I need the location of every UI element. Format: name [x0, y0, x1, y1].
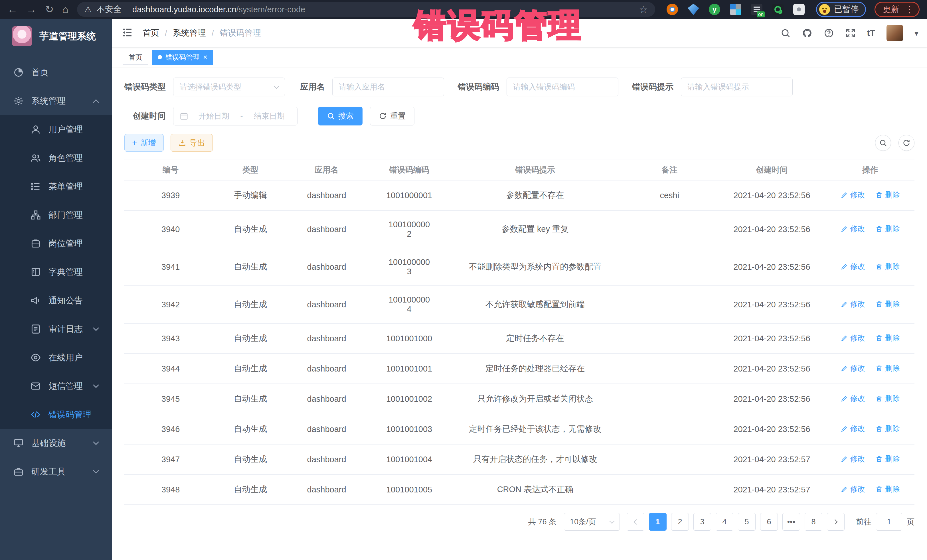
edit-link[interactable]: 修改 — [840, 224, 865, 234]
edit-link[interactable]: 修改 — [840, 454, 865, 464]
refresh-table-button[interactable] — [898, 135, 915, 151]
error-msg-input[interactable] — [681, 77, 793, 96]
sidebar-item-online-user[interactable]: 在线用户 — [0, 343, 112, 372]
key-extension-icon[interactable] — [772, 4, 784, 15]
delete-link[interactable]: 删除 — [875, 261, 900, 272]
date-range-picker[interactable]: 开始日期 - 结束日期 — [173, 107, 298, 126]
delete-link[interactable]: 删除 — [875, 190, 900, 200]
orange-circle-extension-icon[interactable] — [667, 4, 678, 15]
sidebar-item-infrastructure[interactable]: 基础设施 — [0, 429, 112, 457]
edit-link[interactable]: 修改 — [840, 424, 865, 434]
caret-down-icon[interactable] — [915, 29, 918, 38]
add-button[interactable]: + 新增 — [125, 134, 164, 152]
sidebar-item-dev-tools[interactable]: 研发工具 — [0, 457, 112, 486]
gem-extension-icon[interactable] — [688, 4, 699, 15]
page-button[interactable]: 5 — [738, 513, 755, 531]
app-logo[interactable]: 芋道管理系统 — [0, 19, 112, 52]
fullscreen-icon[interactable] — [845, 28, 856, 38]
sidebar-item-audit-log[interactable]: 审计日志 — [0, 315, 112, 343]
reload-icon[interactable] — [45, 4, 54, 15]
font-size-icon[interactable] — [867, 28, 875, 38]
edit-link[interactable]: 修改 — [840, 190, 865, 200]
browser-update-button[interactable]: 更新 — [874, 2, 919, 17]
breadcrumb-home[interactable]: 首页 — [143, 27, 159, 39]
page-button[interactable]: 3 — [693, 513, 711, 531]
delete-link[interactable]: 删除 — [875, 363, 900, 373]
help-icon[interactable] — [824, 28, 834, 38]
edit-link[interactable]: 修改 — [840, 484, 865, 494]
goto-page-input[interactable] — [876, 513, 902, 531]
error-code-input[interactable] — [506, 77, 619, 96]
divider — [127, 5, 127, 14]
page-button-active[interactable]: 1 — [649, 513, 667, 531]
sidebar-item-home[interactable]: 首页 — [0, 58, 112, 87]
sidebar-item-role-mgmt[interactable]: 角色管理 — [0, 144, 112, 172]
edit-link[interactable]: 修改 — [840, 333, 865, 343]
code-icon — [30, 409, 41, 420]
edit-link[interactable]: 修改 — [840, 363, 865, 373]
breadcrumb-system[interactable]: 系统管理 — [173, 27, 206, 39]
tag-home[interactable]: 首页 — [123, 50, 148, 65]
user-avatar[interactable] — [886, 25, 903, 41]
delete-link[interactable]: 删除 — [875, 333, 900, 343]
cell-app: dashboard — [284, 181, 369, 211]
delete-link[interactable]: 删除 — [875, 424, 900, 434]
sidebar-item-menu-mgmt[interactable]: 菜单管理 — [0, 172, 112, 201]
cell-id: 3948 — [125, 475, 217, 505]
chevron-down-icon — [274, 83, 279, 89]
search-icon[interactable] — [780, 28, 791, 38]
sidebar-item-post-mgmt[interactable]: 岗位管理 — [0, 229, 112, 258]
delete-link[interactable]: 删除 — [875, 393, 900, 404]
close-icon[interactable] — [203, 53, 207, 62]
page-button[interactable]: 4 — [716, 513, 733, 531]
delete-link[interactable]: 删除 — [875, 299, 900, 309]
error-type-select[interactable]: 请选择错误码类型 — [173, 77, 285, 96]
address-bar[interactable]: 不安全 dashboard.yudao.iocoder.cn/system/er… — [77, 2, 655, 17]
toggle-search-button[interactable] — [875, 135, 891, 151]
edit-link[interactable]: 修改 — [840, 393, 865, 404]
grid-extension-icon[interactable] — [730, 4, 741, 15]
delete-link[interactable]: 删除 — [875, 224, 900, 234]
sidebar-item-sms-mgmt[interactable]: 短信管理 — [0, 372, 112, 400]
profile-badge[interactable]: 已暂停 — [816, 2, 866, 17]
column-header: 类型 — [217, 159, 284, 181]
edit-link[interactable]: 修改 — [840, 261, 865, 272]
dark-on-extension-icon[interactable] — [751, 4, 763, 15]
search-button[interactable]: 搜索 — [318, 107, 363, 126]
export-button[interactable]: 导出 — [170, 134, 213, 152]
puzzle-extension-icon[interactable] — [793, 4, 805, 15]
sidebar-item-notice[interactable]: 通知公告 — [0, 286, 112, 315]
prev-page-button[interactable] — [627, 513, 644, 531]
tag-error-code[interactable]: 错误码管理 — [152, 50, 213, 65]
page-button[interactable]: 8 — [805, 513, 822, 531]
reset-button[interactable]: 重置 — [370, 107, 415, 126]
delete-link[interactable]: 删除 — [875, 484, 900, 494]
delete-link[interactable]: 删除 — [875, 454, 900, 464]
hamburger-icon[interactable] — [112, 27, 143, 39]
forward-icon[interactable] — [26, 4, 36, 15]
edit-link[interactable]: 修改 — [840, 299, 865, 309]
tags-view: 首页 错误码管理 — [112, 47, 927, 67]
sidebar-item-error-code-mgmt[interactable]: 错误码管理 — [0, 400, 112, 429]
back-icon[interactable] — [8, 4, 18, 15]
next-page-button[interactable] — [827, 513, 845, 531]
page-button[interactable]: 2 — [671, 513, 689, 531]
refresh-icon — [379, 112, 387, 120]
page-button[interactable]: 6 — [760, 513, 778, 531]
github-icon[interactable] — [802, 28, 812, 38]
sidebar: 芋道管理系统 首页 系统管理 用户管理 角色管理 菜单管理 部门管理 岗位管理 … — [0, 19, 112, 560]
cell-app: dashboard — [284, 414, 369, 444]
page-ellipsis-button[interactable]: ••• — [783, 513, 800, 531]
browser-menu-icon[interactable] — [905, 4, 914, 15]
home-icon[interactable] — [62, 4, 68, 15]
sidebar-item-dict-mgmt[interactable]: 字典管理 — [0, 258, 112, 286]
green-y-extension-icon[interactable] — [709, 4, 720, 15]
bookmark-star-icon[interactable] — [639, 4, 648, 15]
app-name-input[interactable] — [332, 77, 444, 96]
cell-actions: 修改 删除 — [826, 211, 915, 248]
sidebar-item-system-mgmt[interactable]: 系统管理 — [0, 87, 112, 115]
error-type-label: 错误码类型 — [125, 81, 166, 93]
sidebar-item-dept-mgmt[interactable]: 部门管理 — [0, 201, 112, 229]
page-size-select[interactable]: 10条/页 — [564, 513, 620, 531]
sidebar-item-user-mgmt[interactable]: 用户管理 — [0, 115, 112, 144]
